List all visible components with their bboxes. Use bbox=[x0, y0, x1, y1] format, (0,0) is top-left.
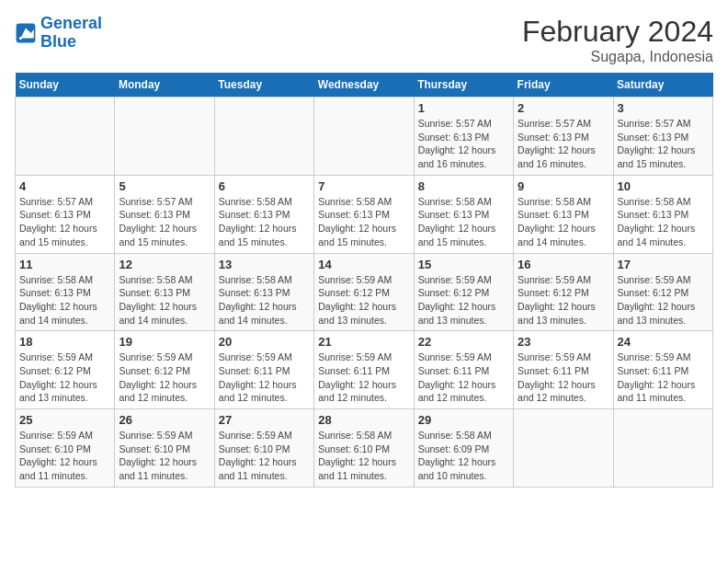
calendar-cell: 6Sunrise: 5:58 AM Sunset: 6:13 PM Daylig… bbox=[214, 175, 313, 253]
calendar-cell: 23Sunrise: 5:59 AM Sunset: 6:11 PM Dayli… bbox=[514, 331, 613, 409]
day-info: Sunrise: 5:58 AM Sunset: 6:13 PM Dayligh… bbox=[19, 273, 110, 327]
calendar-cell: 4Sunrise: 5:57 AM Sunset: 6:13 PM Daylig… bbox=[16, 175, 115, 253]
day-number: 4 bbox=[19, 179, 110, 193]
day-number: 26 bbox=[119, 413, 210, 427]
day-number: 11 bbox=[19, 258, 110, 271]
day-info: Sunrise: 5:59 AM Sunset: 6:11 PM Dayligh… bbox=[318, 350, 409, 405]
day-number: 6 bbox=[219, 179, 310, 193]
logo-text: General Blue bbox=[40, 15, 102, 52]
calendar-cell: 12Sunrise: 5:58 AM Sunset: 6:13 PM Dayli… bbox=[115, 253, 214, 331]
weekday-header-saturday: Saturday bbox=[613, 73, 712, 98]
day-number: 5 bbox=[119, 179, 210, 193]
day-number: 7 bbox=[318, 179, 409, 193]
svg-point-2 bbox=[19, 37, 22, 40]
calendar-cell: 26Sunrise: 5:59 AM Sunset: 6:10 PM Dayli… bbox=[115, 409, 214, 488]
logo: General Blue bbox=[15, 15, 102, 52]
day-info: Sunrise: 5:59 AM Sunset: 6:10 PM Dayligh… bbox=[19, 429, 110, 483]
day-info: Sunrise: 5:59 AM Sunset: 6:11 PM Dayligh… bbox=[418, 350, 509, 405]
day-number: 25 bbox=[19, 413, 110, 427]
page-header: General Blue February 2024 Sugapa, Indon… bbox=[15, 15, 713, 65]
calendar-cell: 21Sunrise: 5:59 AM Sunset: 6:11 PM Dayli… bbox=[314, 331, 414, 409]
calendar-cell: 25Sunrise: 5:59 AM Sunset: 6:10 PM Dayli… bbox=[16, 409, 115, 488]
day-info: Sunrise: 5:58 AM Sunset: 6:09 PM Dayligh… bbox=[418, 429, 509, 483]
calendar-cell: 2Sunrise: 5:57 AM Sunset: 6:13 PM Daylig… bbox=[514, 98, 613, 176]
day-info: Sunrise: 5:58 AM Sunset: 6:10 PM Dayligh… bbox=[318, 429, 409, 483]
day-info: Sunrise: 5:58 AM Sunset: 6:13 PM Dayligh… bbox=[518, 195, 609, 249]
calendar-cell: 28Sunrise: 5:58 AM Sunset: 6:10 PM Dayli… bbox=[314, 409, 414, 488]
weekday-header-tuesday: Tuesday bbox=[214, 73, 313, 98]
calendar-cell: 16Sunrise: 5:59 AM Sunset: 6:12 PM Dayli… bbox=[514, 253, 613, 331]
calendar-cell bbox=[16, 98, 115, 176]
calendar-week-row: 25Sunrise: 5:59 AM Sunset: 6:10 PM Dayli… bbox=[16, 409, 713, 488]
calendar-cell: 24Sunrise: 5:59 AM Sunset: 6:11 PM Dayli… bbox=[613, 331, 712, 409]
calendar-cell: 8Sunrise: 5:58 AM Sunset: 6:13 PM Daylig… bbox=[414, 175, 513, 253]
day-number: 12 bbox=[119, 258, 210, 271]
day-number: 9 bbox=[518, 179, 609, 193]
calendar-cell: 7Sunrise: 5:58 AM Sunset: 6:13 PM Daylig… bbox=[314, 175, 414, 253]
day-info: Sunrise: 5:58 AM Sunset: 6:13 PM Dayligh… bbox=[219, 273, 310, 327]
day-info: Sunrise: 5:59 AM Sunset: 6:11 PM Dayligh… bbox=[219, 350, 310, 405]
day-number: 15 bbox=[418, 258, 509, 271]
page-subtitle: Sugapa, Indonesia bbox=[522, 49, 713, 65]
day-number: 27 bbox=[219, 413, 310, 427]
day-number: 13 bbox=[219, 258, 310, 271]
day-info: Sunrise: 5:57 AM Sunset: 6:13 PM Dayligh… bbox=[618, 117, 709, 171]
day-info: Sunrise: 5:58 AM Sunset: 6:13 PM Dayligh… bbox=[618, 195, 709, 249]
calendar-week-row: 11Sunrise: 5:58 AM Sunset: 6:13 PM Dayli… bbox=[16, 253, 713, 331]
day-number: 18 bbox=[19, 335, 110, 349]
day-number: 20 bbox=[219, 335, 310, 349]
day-info: Sunrise: 5:59 AM Sunset: 6:12 PM Dayligh… bbox=[618, 273, 709, 327]
day-number: 24 bbox=[618, 335, 709, 349]
day-info: Sunrise: 5:59 AM Sunset: 6:12 PM Dayligh… bbox=[518, 273, 609, 327]
day-info: Sunrise: 5:59 AM Sunset: 6:10 PM Dayligh… bbox=[219, 429, 310, 483]
day-info: Sunrise: 5:58 AM Sunset: 6:13 PM Dayligh… bbox=[418, 195, 509, 249]
calendar-cell bbox=[613, 409, 712, 488]
day-number: 19 bbox=[119, 335, 210, 349]
day-number: 23 bbox=[518, 335, 609, 349]
calendar-week-row: 1Sunrise: 5:57 AM Sunset: 6:13 PM Daylig… bbox=[16, 98, 713, 176]
calendar-cell bbox=[115, 98, 214, 176]
day-info: Sunrise: 5:57 AM Sunset: 6:13 PM Dayligh… bbox=[518, 117, 609, 171]
calendar-cell: 18Sunrise: 5:59 AM Sunset: 6:12 PM Dayli… bbox=[16, 331, 115, 409]
day-info: Sunrise: 5:58 AM Sunset: 6:13 PM Dayligh… bbox=[119, 273, 210, 327]
day-number: 8 bbox=[418, 179, 509, 193]
calendar-cell: 14Sunrise: 5:59 AM Sunset: 6:12 PM Dayli… bbox=[314, 253, 414, 331]
calendar-cell: 19Sunrise: 5:59 AM Sunset: 6:12 PM Dayli… bbox=[115, 331, 214, 409]
day-info: Sunrise: 5:57 AM Sunset: 6:13 PM Dayligh… bbox=[19, 195, 110, 249]
day-info: Sunrise: 5:59 AM Sunset: 6:12 PM Dayligh… bbox=[418, 273, 509, 327]
day-info: Sunrise: 5:59 AM Sunset: 6:10 PM Dayligh… bbox=[119, 429, 210, 483]
day-info: Sunrise: 5:57 AM Sunset: 6:13 PM Dayligh… bbox=[418, 117, 509, 171]
calendar-cell: 15Sunrise: 5:59 AM Sunset: 6:12 PM Dayli… bbox=[414, 253, 513, 331]
calendar-cell: 29Sunrise: 5:58 AM Sunset: 6:09 PM Dayli… bbox=[414, 409, 513, 488]
day-info: Sunrise: 5:58 AM Sunset: 6:13 PM Dayligh… bbox=[318, 195, 409, 249]
calendar-cell: 27Sunrise: 5:59 AM Sunset: 6:10 PM Dayli… bbox=[214, 409, 313, 488]
day-info: Sunrise: 5:58 AM Sunset: 6:13 PM Dayligh… bbox=[219, 195, 310, 249]
calendar-cell: 22Sunrise: 5:59 AM Sunset: 6:11 PM Dayli… bbox=[414, 331, 513, 409]
logo-icon bbox=[15, 22, 37, 44]
day-number: 17 bbox=[618, 258, 709, 271]
calendar-cell: 11Sunrise: 5:58 AM Sunset: 6:13 PM Dayli… bbox=[16, 253, 115, 331]
page-title: February 2024 bbox=[522, 15, 713, 49]
day-number: 10 bbox=[618, 179, 709, 193]
calendar-cell: 17Sunrise: 5:59 AM Sunset: 6:12 PM Dayli… bbox=[613, 253, 712, 331]
calendar-cell: 5Sunrise: 5:57 AM Sunset: 6:13 PM Daylig… bbox=[115, 175, 214, 253]
weekday-header-friday: Friday bbox=[514, 73, 613, 98]
calendar-table: SundayMondayTuesdayWednesdayThursdayFrid… bbox=[15, 73, 713, 488]
weekday-header-wednesday: Wednesday bbox=[314, 73, 414, 98]
day-info: Sunrise: 5:59 AM Sunset: 6:11 PM Dayligh… bbox=[618, 350, 709, 405]
calendar-week-row: 18Sunrise: 5:59 AM Sunset: 6:12 PM Dayli… bbox=[16, 331, 713, 409]
day-number: 16 bbox=[518, 258, 609, 271]
day-number: 2 bbox=[518, 101, 609, 115]
calendar-cell: 1Sunrise: 5:57 AM Sunset: 6:13 PM Daylig… bbox=[414, 98, 513, 176]
day-info: Sunrise: 5:59 AM Sunset: 6:12 PM Dayligh… bbox=[318, 273, 409, 327]
day-info: Sunrise: 5:59 AM Sunset: 6:11 PM Dayligh… bbox=[518, 350, 609, 405]
weekday-header-monday: Monday bbox=[115, 73, 214, 98]
day-info: Sunrise: 5:59 AM Sunset: 6:12 PM Dayligh… bbox=[119, 350, 210, 405]
day-info: Sunrise: 5:57 AM Sunset: 6:13 PM Dayligh… bbox=[119, 195, 210, 249]
day-number: 14 bbox=[318, 258, 409, 271]
day-info: Sunrise: 5:59 AM Sunset: 6:12 PM Dayligh… bbox=[19, 350, 110, 405]
calendar-cell: 9Sunrise: 5:58 AM Sunset: 6:13 PM Daylig… bbox=[514, 175, 613, 253]
day-number: 3 bbox=[618, 101, 709, 115]
title-block: February 2024 Sugapa, Indonesia bbox=[522, 15, 713, 65]
weekday-header-sunday: Sunday bbox=[16, 73, 115, 98]
